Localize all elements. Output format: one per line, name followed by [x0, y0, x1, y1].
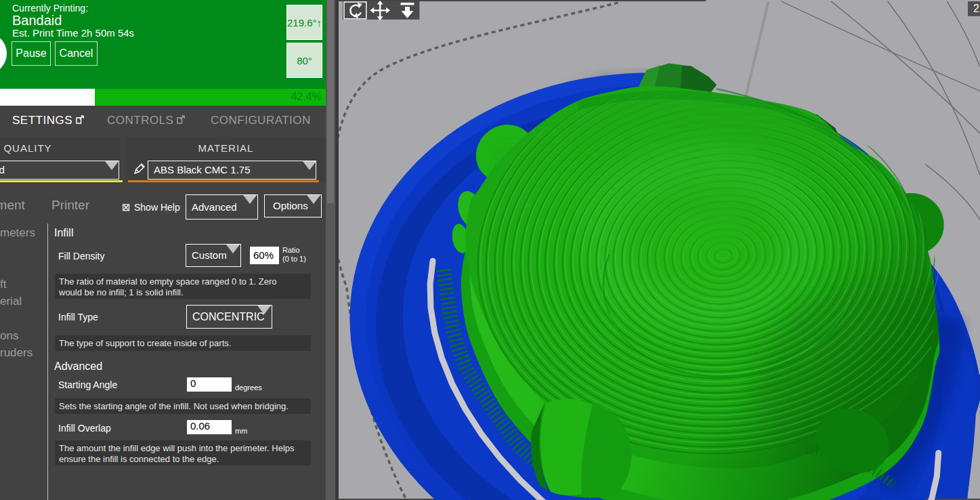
svg-text:2: 2: [973, 3, 979, 14]
